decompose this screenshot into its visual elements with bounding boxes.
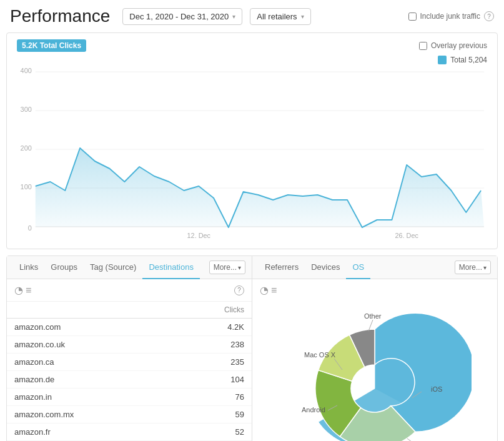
date-range-picker[interactable]: Dec 1, 2020 - Dec 31, 2020 ▾ bbox=[122, 8, 242, 25]
table-row: amazon.fr52 bbox=[7, 424, 252, 441]
clicks-cell: 238 bbox=[174, 336, 252, 354]
right-more-button[interactable]: More... ▾ bbox=[455, 260, 491, 274]
total-clicks-badge: 5.2K Total Clicks bbox=[17, 39, 86, 52]
os-pie-chart: iOS Windows Android Mac OS X Other bbox=[278, 307, 472, 441]
left-more-button[interactable]: More... ▾ bbox=[209, 260, 245, 274]
table-controls: ◔ ≡ ? bbox=[7, 279, 252, 302]
main-chart-container: 5.2K Total Clicks Overlay previous Total… bbox=[6, 32, 498, 249]
table-row: amazon.ca235 bbox=[7, 354, 252, 371]
chart-legend: Total 5,204 bbox=[17, 56, 487, 64]
destination-cell: amazon.in bbox=[7, 389, 174, 406]
destination-cell: amazon.co.uk bbox=[7, 336, 174, 354]
svg-text:400: 400 bbox=[21, 67, 32, 74]
tab-groups[interactable]: Groups bbox=[44, 256, 84, 279]
svg-text:100: 100 bbox=[21, 183, 32, 191]
date-picker-chevron: ▾ bbox=[232, 13, 235, 20]
clicks-cell: 235 bbox=[174, 354, 252, 371]
clicks-cell: 52 bbox=[174, 424, 252, 441]
tab-links[interactable]: Links bbox=[13, 256, 44, 279]
col-clicks: Clicks bbox=[174, 302, 252, 319]
pie-list-icon[interactable]: ≡ bbox=[271, 285, 277, 296]
svg-text:0: 0 bbox=[28, 224, 32, 232]
svg-text:26. Dec: 26. Dec bbox=[395, 232, 418, 239]
junk-traffic-help-icon[interactable]: ? bbox=[484, 11, 494, 21]
svg-text:200: 200 bbox=[21, 144, 32, 152]
retailer-selector[interactable]: All retailers ▾ bbox=[250, 8, 310, 25]
clicks-cell: 104 bbox=[174, 371, 252, 389]
destination-cell: amazon.fr bbox=[7, 424, 174, 441]
left-more-label: More... bbox=[214, 263, 237, 272]
android-label: Android bbox=[302, 406, 325, 414]
destinations-table: Clicks amazon.com4.2Kamazon.co.uk238amaz… bbox=[7, 302, 252, 441]
table-row: amazon.com4.2K bbox=[7, 319, 252, 336]
right-more-chevron: ▾ bbox=[483, 264, 487, 271]
table-row: amazon.in76 bbox=[7, 389, 252, 406]
pie-chart-icon[interactable]: ◔ bbox=[260, 284, 269, 296]
mac-osx-label: Mac OS X bbox=[304, 351, 336, 359]
legend-color-box bbox=[438, 56, 447, 64]
page-header: Performance Dec 1, 2020 - Dec 31, 2020 ▾… bbox=[0, 0, 504, 32]
page-title: Performance bbox=[10, 6, 110, 26]
clicks-cell: 76 bbox=[174, 389, 252, 406]
other-label: Other bbox=[364, 312, 382, 320]
line-chart: 400 300 200 100 0 12. Dec 26. Dec bbox=[17, 67, 487, 242]
destination-cell: amazon.com.mx bbox=[7, 406, 174, 424]
os-panel: Referrers Devices OS More... ▾ ◔ ≡ bbox=[252, 256, 497, 441]
junk-traffic-checkbox[interactable] bbox=[408, 12, 417, 21]
table-row: amazon.co.uk238 bbox=[7, 336, 252, 354]
tab-tag-source[interactable]: Tag (Source) bbox=[84, 256, 142, 279]
retailer-chevron: ▾ bbox=[301, 13, 304, 20]
svg-text:12. Dec: 12. Dec bbox=[187, 232, 211, 239]
junk-traffic-label: Include junk traffic bbox=[420, 12, 481, 21]
pie-view-icon[interactable]: ◔ bbox=[14, 284, 23, 296]
clicks-cell: 4.2K bbox=[174, 319, 252, 336]
col-destination bbox=[7, 302, 174, 319]
pie-controls: ◔ ≡ bbox=[260, 284, 490, 296]
svg-line-13 bbox=[407, 439, 414, 441]
tab-destinations[interactable]: Destinations bbox=[142, 256, 200, 279]
tab-referrers[interactable]: Referrers bbox=[259, 256, 305, 279]
retailer-label: All retailers bbox=[257, 12, 297, 21]
overlay-previous-control: Overlay previous bbox=[419, 41, 487, 50]
pie-section: ◔ ≡ bbox=[252, 279, 497, 441]
tab-devices[interactable]: Devices bbox=[305, 256, 346, 279]
overlay-previous-label: Overlay previous bbox=[431, 41, 487, 50]
destinations-panel: Links Groups Tag (Source) Destinations M… bbox=[7, 256, 252, 441]
clicks-cell: 59 bbox=[174, 406, 252, 424]
overlay-previous-checkbox[interactable] bbox=[419, 42, 427, 50]
destination-cell: amazon.ca bbox=[7, 354, 174, 371]
table-row: amazon.de104 bbox=[7, 371, 252, 389]
bottom-section: Links Groups Tag (Source) Destinations M… bbox=[6, 255, 498, 441]
table-header-row: Clicks bbox=[7, 302, 252, 319]
table-row: amazon.com.mx59 bbox=[7, 406, 252, 424]
chart-legend-label: Total 5,204 bbox=[450, 56, 487, 64]
pie-chart-wrapper: iOS Windows Android Mac OS X Other bbox=[260, 301, 490, 441]
svg-text:300: 300 bbox=[21, 106, 32, 113]
chart-header: 5.2K Total Clicks Overlay previous bbox=[17, 39, 487, 52]
table-help-icon[interactable]: ? bbox=[234, 285, 244, 295]
tab-os[interactable]: OS bbox=[346, 256, 370, 279]
destination-cell: amazon.com bbox=[7, 319, 174, 336]
right-tabs: Referrers Devices OS More... ▾ bbox=[252, 256, 497, 279]
list-view-icon[interactable]: ≡ bbox=[26, 285, 31, 296]
destination-cell: amazon.de bbox=[7, 371, 174, 389]
table-help-spacer: ? bbox=[234, 285, 244, 295]
left-more-chevron: ▾ bbox=[238, 264, 241, 271]
junk-traffic-control: Include junk traffic ? bbox=[408, 11, 495, 21]
right-more-label: More... bbox=[459, 263, 482, 272]
destinations-table-body: amazon.com4.2Kamazon.co.uk238amazon.ca23… bbox=[7, 319, 252, 442]
left-tabs: Links Groups Tag (Source) Destinations M… bbox=[7, 256, 252, 279]
date-range-label: Dec 1, 2020 - Dec 31, 2020 bbox=[129, 12, 229, 21]
ios-label: iOS bbox=[431, 385, 442, 393]
